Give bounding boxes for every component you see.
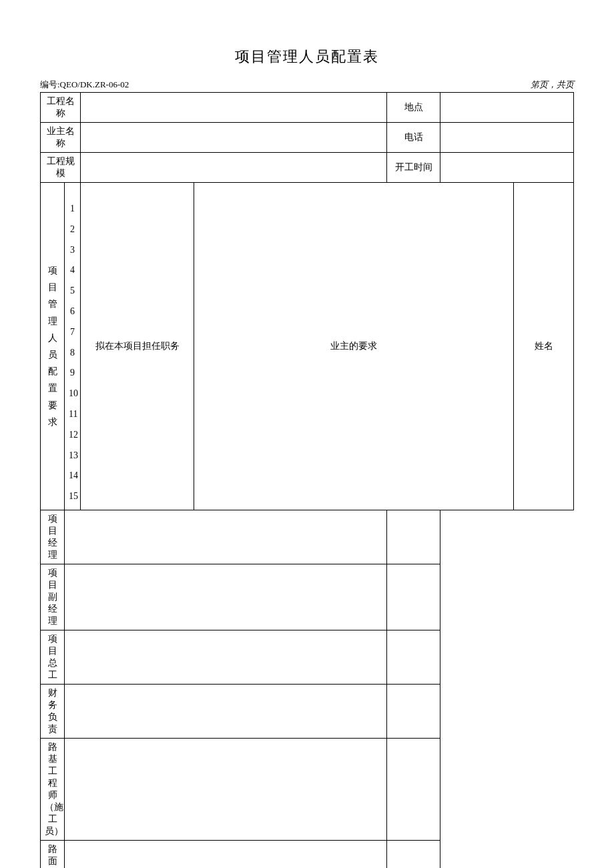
role-cell: 路面工程师（预算员） bbox=[41, 840, 65, 868]
scale-label: 工程规模 bbox=[41, 153, 81, 183]
config-requirement-label: 项目管理人员配置要求 bbox=[41, 183, 65, 510]
meta-row: 编号:QEO/DK.ZR-06-02 笫页，共页 bbox=[40, 79, 574, 91]
phone-label: 电话 bbox=[387, 123, 440, 153]
form-code: 编号:QEO/DK.ZR-06-02 bbox=[40, 79, 129, 91]
role-cell: 路基工程师（施工员） bbox=[41, 738, 65, 840]
page-number-info: 笫页，共页 bbox=[531, 79, 574, 91]
role-row: 项目总工 bbox=[41, 630, 574, 684]
name-cell[interactable] bbox=[387, 684, 440, 738]
role-cell: 项目总工 bbox=[41, 630, 65, 684]
roles-header-row: 项目管理人员配置要求 123456789101112131415 拟在本项目担任… bbox=[41, 183, 574, 510]
col-name: 姓名 bbox=[514, 183, 574, 510]
requirement-cell[interactable] bbox=[65, 630, 387, 684]
name-cell[interactable] bbox=[387, 738, 440, 840]
role-row: 路基工程师（施工员） bbox=[41, 738, 574, 840]
col-requirement: 业主的要求 bbox=[194, 183, 514, 510]
col-role: 拟在本项目担任职务 bbox=[81, 183, 194, 510]
requirement-cell[interactable] bbox=[65, 840, 387, 868]
name-cell[interactable] bbox=[387, 840, 440, 868]
role-row: 财务负责 bbox=[41, 684, 574, 738]
project-name-row: 工程名称 地点 bbox=[41, 93, 574, 123]
requirement-cell[interactable] bbox=[65, 738, 387, 840]
row-numbers: 123456789101112131415 bbox=[65, 183, 81, 510]
role-row: 项目经理 bbox=[41, 510, 574, 564]
requirement-cell[interactable] bbox=[65, 510, 387, 564]
page-title: 项目管理人员配置表 bbox=[40, 47, 574, 67]
name-cell[interactable] bbox=[387, 510, 440, 564]
role-cell: 项目副经理 bbox=[41, 564, 65, 630]
name-cell[interactable] bbox=[387, 564, 440, 630]
owner-name-value[interactable] bbox=[81, 123, 387, 153]
phone-value[interactable] bbox=[440, 123, 574, 153]
owner-name-row: 业主名称 电话 bbox=[41, 123, 574, 153]
form-table: 工程名称 地点 业主名称 电话 工程规模 开工时间 项目管理人员配置要求 123… bbox=[40, 92, 574, 868]
project-name-value[interactable] bbox=[81, 93, 387, 123]
role-cell: 项目经理 bbox=[41, 510, 65, 564]
role-row: 项目副经理 bbox=[41, 564, 574, 630]
location-label: 地点 bbox=[387, 93, 440, 123]
role-cell: 财务负责 bbox=[41, 684, 65, 738]
project-name-label: 工程名称 bbox=[41, 93, 81, 123]
location-value[interactable] bbox=[440, 93, 574, 123]
owner-name-label: 业主名称 bbox=[41, 123, 81, 153]
requirement-cell[interactable] bbox=[65, 684, 387, 738]
start-date-label: 开工时间 bbox=[387, 153, 440, 183]
role-row: 路面工程师（预算员） bbox=[41, 840, 574, 868]
name-cell[interactable] bbox=[387, 630, 440, 684]
requirement-cell[interactable] bbox=[65, 564, 387, 630]
start-date-value[interactable] bbox=[440, 153, 574, 183]
scale-value[interactable] bbox=[81, 153, 387, 183]
scale-row: 工程规模 开工时间 bbox=[41, 153, 574, 183]
